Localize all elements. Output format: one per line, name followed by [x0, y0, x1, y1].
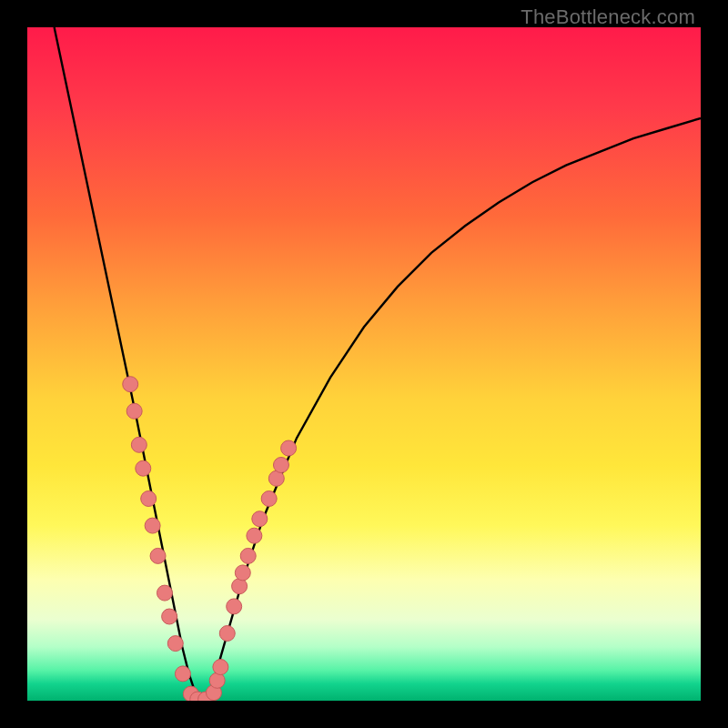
data-point	[209, 672, 225, 688]
data-point	[273, 458, 288, 473]
data-point	[150, 548, 166, 563]
data-point	[175, 666, 190, 682]
plot-area	[27, 27, 701, 701]
data-markers	[123, 377, 297, 701]
data-point	[126, 403, 142, 419]
data-point	[227, 599, 242, 614]
data-point	[235, 565, 250, 581]
data-point	[281, 440, 297, 456]
data-point	[247, 528, 262, 543]
data-point	[261, 491, 277, 507]
data-point	[232, 579, 248, 594]
data-point	[240, 548, 256, 563]
data-point	[219, 626, 235, 642]
data-point	[136, 460, 151, 476]
watermark-text: TheBottleneck.com	[521, 5, 695, 29]
data-point	[145, 518, 160, 533]
data-point	[167, 636, 183, 652]
data-point	[131, 437, 147, 452]
chart-frame: TheBottleneck.com	[0, 0, 728, 728]
data-point	[213, 660, 228, 675]
curve-layer	[27, 27, 701, 701]
data-point	[157, 585, 172, 601]
bottleneck-curve	[55, 27, 701, 701]
data-point	[141, 491, 157, 507]
data-point	[162, 609, 177, 624]
data-point	[252, 511, 268, 527]
data-point	[123, 377, 138, 392]
